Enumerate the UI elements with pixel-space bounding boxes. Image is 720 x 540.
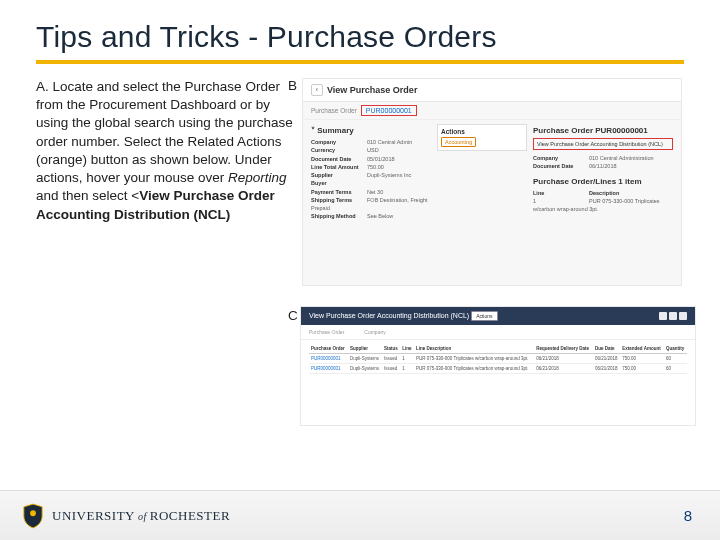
- university-logo: UNIVERSITYofROCHESTER: [22, 503, 230, 529]
- shield-icon: [22, 503, 44, 529]
- back-icon: ‹: [311, 84, 323, 96]
- po-heading: Purchase Order PUR00000001: [533, 126, 673, 135]
- table-row: PUR00000001Dupli-SystemsIssued 1PUR 075-…: [309, 354, 687, 364]
- step-a-italic: Reporting: [228, 170, 287, 185]
- page-number: 8: [684, 507, 692, 524]
- distribution-table: Purchase OrderSupplierStatus LineLine De…: [309, 344, 687, 374]
- actions-button: Actions: [471, 311, 497, 321]
- screenshot-accounting-distribution: View Purchase Order Accounting Distribut…: [300, 306, 696, 426]
- university-name-post: ROCHESTER: [150, 508, 230, 523]
- po-label: Purchase Order: [311, 107, 359, 114]
- step-a-text: A. Locate and select the Purchase Order …: [36, 78, 296, 224]
- actions-panel: Actions Accounting: [437, 124, 527, 151]
- filter-po: Purchase Order: [309, 329, 344, 335]
- shot-b-header: View Purchase Order: [327, 85, 417, 95]
- step-c-letter: C: [288, 308, 298, 323]
- university-name-pre: UNIVERSITY: [52, 508, 135, 523]
- related-actions-button: Accounting: [441, 137, 476, 147]
- step-a-mid: and then select <: [36, 188, 139, 203]
- filter-company: Company: [364, 329, 385, 335]
- slide-footer: UNIVERSITYofROCHESTER 8: [0, 490, 720, 540]
- step-b-letter: B: [288, 78, 297, 93]
- summary-heading: ˅ Summary: [311, 126, 431, 135]
- view-distribution-highlight: View Purchase Order Accounting Distribut…: [533, 138, 673, 150]
- svg-point-0: [30, 510, 36, 516]
- slide-title: Tips and Tricks - Purchase Orders: [36, 20, 684, 64]
- university-of: of: [138, 511, 147, 522]
- shot-c-title: View Purchase Order Accounting Distribut…: [309, 312, 469, 319]
- po-number-highlight: PUR00000001: [361, 105, 417, 116]
- table-row: PUR00000001Dupli-SystemsIssued 1PUR 075-…: [309, 364, 687, 374]
- screenshot-view-po: ‹ View Purchase Order Purchase Order PUR…: [302, 78, 682, 286]
- toolbar-icons: [657, 312, 687, 321]
